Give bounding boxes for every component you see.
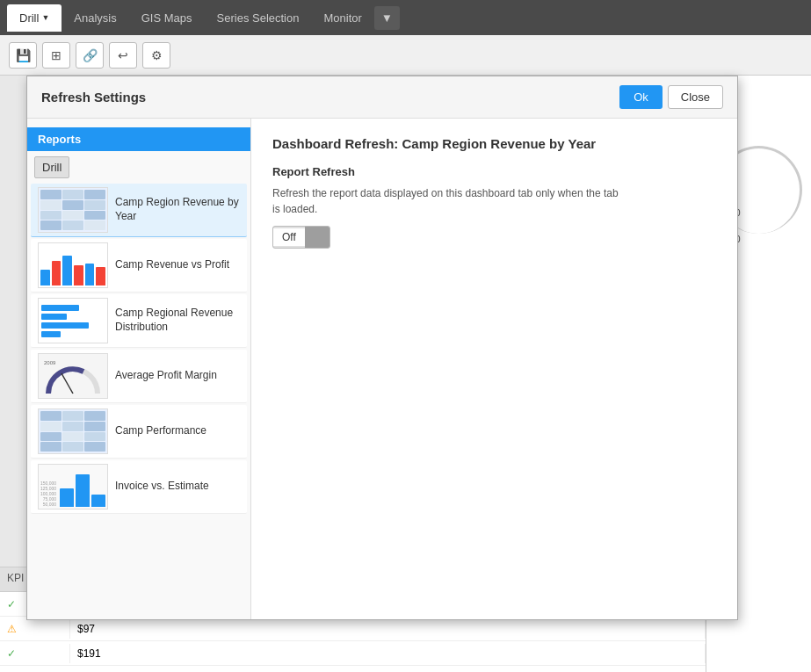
content-title: Dashboard Refresh: Camp Region Revenue b… (272, 136, 716, 151)
report-label-camp-revenue: Camp Revenue vs Profit (115, 258, 240, 272)
report-label-camp-region: Camp Region Revenue by Year (115, 196, 240, 223)
report-refresh-title: Report Refresh (272, 165, 716, 178)
toolbar: 💾 ⊞ 🔗 ↩ ⚙ (0, 35, 811, 76)
svg-text:2009: 2009 (44, 360, 56, 365)
toggle-indicator (305, 227, 329, 248)
row2-invoice: $97 (70, 619, 706, 639)
toggle-row: Off (272, 226, 716, 249)
nav-tab-drill-label: Drill (19, 11, 39, 25)
modal-sidebar: Reports Drill (27, 119, 251, 619)
crop-button[interactable]: ⊞ (42, 42, 70, 69)
link-button[interactable]: 🔗 (76, 42, 104, 69)
top-nav: Drill ▼ Analysis GIS Maps Series Selecti… (0, 0, 811, 35)
report-thumb-camp-regional (38, 298, 108, 343)
table-row: ⚠ $97 (0, 617, 706, 641)
report-thumb-avg-profit: 2009 (38, 353, 108, 399)
modal-header-buttons: Ok Close (619, 85, 723, 109)
report-label-camp-perf: Camp Performance (115, 424, 240, 438)
modal-header: Refresh Settings Ok Close (27, 76, 737, 119)
save-button[interactable]: 💾 (9, 42, 37, 69)
modal-content: Dashboard Refresh: Camp Region Revenue b… (251, 119, 737, 619)
nav-tab-monitor[interactable]: Monitor (311, 4, 373, 32)
report-item-avg-profit[interactable]: 2009 Average Profit Margin (31, 350, 247, 403)
modal-body: Reports Drill (27, 119, 737, 619)
nav-tab-analysis[interactable]: Analysis (62, 4, 128, 32)
report-item-camp-region[interactable]: Camp Region Revenue by Year (31, 184, 247, 237)
table-row: ✓ $191 (0, 641, 706, 666)
nav-tab-drill[interactable]: Drill ▼ (7, 4, 62, 32)
report-thumb-camp-region (38, 187, 108, 233)
refresh-settings-modal: Refresh Settings Ok Close Reports Drill (26, 76, 738, 620)
report-label-camp-regional: Camp Regional Revenue Distribution (115, 307, 240, 334)
drill-dropdown-arrow: ▼ (41, 13, 49, 22)
history-button[interactable]: ↩ (109, 42, 137, 69)
report-thumb-invoice: 150,000 125,000 100,000 75,000 50,000 (38, 464, 108, 509)
row3-invoice: $191 (70, 644, 706, 663)
drill-button[interactable]: Drill (34, 156, 69, 178)
modal-title: Refresh Settings (41, 90, 146, 105)
report-refresh-desc: Refresh the report data displayed on thi… (272, 185, 624, 217)
nav-tab-series-selection[interactable]: Series Selection (205, 4, 312, 32)
report-thumb-camp-revenue (38, 242, 108, 288)
ok-button[interactable]: Ok (619, 85, 663, 109)
refresh-toggle[interactable]: Off (272, 226, 330, 249)
report-item-camp-regional[interactable]: Camp Regional Revenue Distribution (31, 294, 247, 348)
row3-check: ✓ (0, 644, 70, 663)
reports-section-label: Reports (27, 127, 250, 151)
nav-tab-gis-maps[interactable]: GIS Maps (129, 4, 205, 32)
report-item-camp-revenue-profit[interactable]: Camp Revenue vs Profit (31, 239, 247, 293)
toggle-off-label: Off (273, 228, 305, 246)
svg-line-1 (62, 373, 73, 394)
report-thumb-camp-perf (38, 408, 108, 454)
nav-more-button[interactable]: ▼ (374, 6, 400, 30)
close-button[interactable]: Close (668, 85, 723, 109)
settings-button[interactable]: ⚙ (142, 42, 170, 69)
report-item-camp-perf[interactable]: Camp Performance (31, 405, 247, 459)
report-item-invoice[interactable]: 150,000 125,000 100,000 75,000 50,000 In… (31, 460, 247, 514)
row2-check: ⚠ (0, 619, 70, 639)
report-label-invoice: Invoice vs. Estimate (115, 480, 240, 494)
report-label-avg-profit: Average Profit Margin (115, 369, 240, 383)
